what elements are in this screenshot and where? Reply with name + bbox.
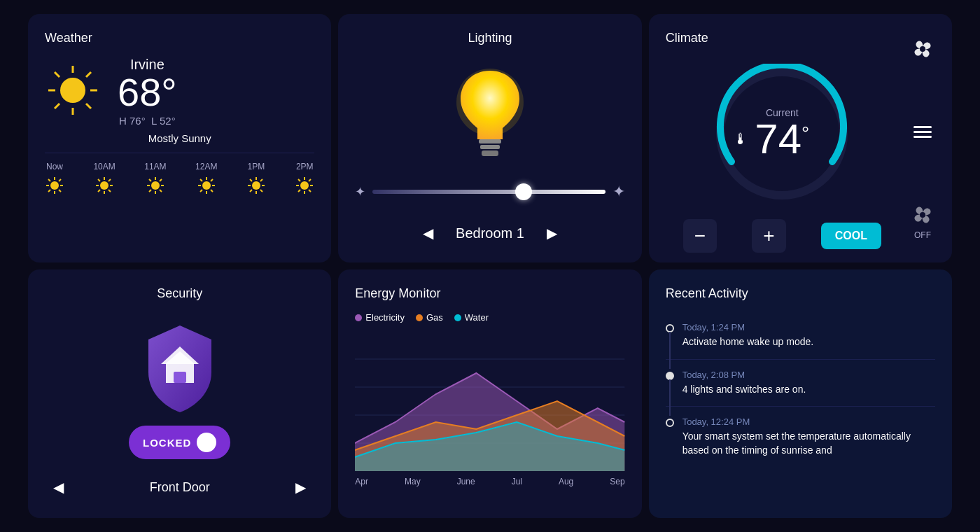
water-dot bbox=[454, 314, 461, 321]
climate-side-controls: OFF bbox=[910, 31, 935, 246]
svg-rect-67 bbox=[482, 150, 498, 156]
room-next-button[interactable]: ▶ bbox=[538, 219, 566, 247]
climate-title: Climate bbox=[666, 31, 899, 46]
door-navigation: ◀ Front Door ▶ bbox=[45, 473, 314, 501]
weather-icon bbox=[45, 62, 101, 121]
list-item: Today, 12:24 PM Your smart system set th… bbox=[666, 407, 935, 467]
svg-point-0 bbox=[60, 78, 85, 103]
svg-line-26 bbox=[98, 190, 100, 192]
temperature-display: 74° bbox=[755, 118, 809, 160]
activity-content: Today, 2:08 PM 4 lights and switches are… bbox=[682, 370, 806, 397]
activity-dot bbox=[666, 419, 674, 427]
svg-rect-71 bbox=[913, 126, 932, 128]
brightness-slider[interactable]: ✦ ✦ bbox=[355, 183, 624, 201]
svg-line-62 bbox=[298, 190, 300, 192]
climate-card: Climate 🌡 Current 74° − + COOL bbox=[649, 14, 952, 262]
weather-temperature: 68° bbox=[118, 73, 177, 112]
forecast-2pm: 2PM bbox=[295, 162, 314, 198]
energy-chart bbox=[355, 331, 624, 471]
list-item: Today, 1:24 PM Activate home wake up mod… bbox=[666, 312, 935, 360]
forecast-1pm: 1PM bbox=[246, 162, 266, 198]
door-next-button[interactable]: ▶ bbox=[287, 473, 314, 501]
svg-line-25 bbox=[108, 179, 111, 181]
forecast-12am: 12AM bbox=[195, 162, 217, 198]
svg-line-60 bbox=[309, 190, 311, 192]
svg-point-74 bbox=[920, 212, 925, 218]
svg-line-34 bbox=[160, 179, 162, 181]
forecast-10am: 10AM bbox=[93, 162, 115, 198]
thermostat-ring: 🌡 Current 74° bbox=[712, 64, 852, 204]
forecast-now: Now bbox=[45, 162, 64, 198]
toggle-circle bbox=[197, 433, 216, 452]
door-prev-button[interactable]: ◀ bbox=[45, 473, 72, 501]
activity-list: Today, 1:24 PM Activate home wake up mod… bbox=[666, 312, 935, 467]
thermostat-display: Current 74° bbox=[755, 107, 809, 160]
cool-mode-button[interactable]: COOL bbox=[821, 223, 881, 249]
svg-rect-72 bbox=[913, 131, 932, 133]
svg-rect-73 bbox=[913, 136, 932, 138]
svg-line-41 bbox=[200, 179, 202, 181]
room-name: Bedroom 1 bbox=[456, 225, 524, 241]
svg-line-23 bbox=[98, 179, 100, 181]
svg-line-17 bbox=[48, 190, 50, 192]
weather-card: Weather Irvine 68° H 7 bbox=[28, 14, 331, 262]
svg-point-70 bbox=[920, 46, 925, 52]
svg-line-16 bbox=[59, 179, 61, 181]
activity-text: Activate home wake up mode. bbox=[682, 335, 814, 349]
weather-title: Weather bbox=[45, 31, 314, 46]
shield-container bbox=[134, 312, 225, 426]
svg-point-27 bbox=[151, 181, 160, 190]
fan-off-control[interactable]: OFF bbox=[910, 202, 935, 240]
svg-point-54 bbox=[300, 181, 309, 190]
svg-line-52 bbox=[260, 179, 262, 181]
security-card: Security LOCKED ◀ Front D bbox=[28, 270, 331, 518]
svg-line-42 bbox=[211, 190, 213, 192]
svg-point-9 bbox=[50, 181, 59, 190]
svg-line-33 bbox=[160, 190, 162, 192]
weather-main: Irvine 68° H 76° L 52° bbox=[45, 57, 314, 127]
activity-content: Today, 12:24 PM Your smart system set th… bbox=[682, 416, 935, 457]
legend-electricity: Electricity bbox=[355, 312, 405, 323]
bulb-icon bbox=[448, 64, 532, 164]
activity-text: Your smart system set the temperature au… bbox=[682, 430, 935, 457]
svg-line-8 bbox=[55, 104, 59, 108]
svg-line-7 bbox=[86, 72, 91, 77]
electricity-dot bbox=[355, 314, 362, 321]
weather-info: Irvine 68° H 76° L 52° bbox=[118, 57, 177, 127]
climate-controls: − + COOL bbox=[666, 219, 899, 253]
activity-time: Today, 2:08 PM bbox=[682, 370, 806, 380]
forecast-11am: 11AM bbox=[144, 162, 166, 198]
svg-line-14 bbox=[48, 179, 50, 181]
weather-description: Mostly Sunny bbox=[45, 132, 314, 144]
svg-line-32 bbox=[149, 179, 151, 181]
climate-main: Climate 🌡 Current 74° − + COOL bbox=[666, 31, 899, 246]
activity-time: Today, 12:24 PM bbox=[682, 416, 935, 427]
svg-line-51 bbox=[260, 190, 262, 192]
temp-increase-button[interactable]: + bbox=[752, 219, 785, 253]
door-name: Front Door bbox=[150, 480, 210, 495]
svg-rect-77 bbox=[174, 372, 186, 383]
room-prev-button[interactable]: ◀ bbox=[414, 219, 442, 247]
slider-track[interactable] bbox=[372, 190, 605, 194]
gas-dot bbox=[416, 314, 423, 321]
activity-card: Recent Activity Today, 1:24 PM Activate … bbox=[649, 270, 952, 518]
svg-line-61 bbox=[309, 179, 311, 181]
fan-off-label: OFF bbox=[910, 230, 935, 240]
brightness-low-icon: ✦ bbox=[355, 184, 365, 200]
activity-content: Today, 1:24 PM Activate home wake up mod… bbox=[682, 322, 814, 349]
weather-highlow: H 76° L 52° bbox=[118, 115, 177, 127]
energy-legend: Electricity Gas Water bbox=[355, 312, 624, 323]
fan-on-icon[interactable] bbox=[910, 36, 935, 64]
slider-thumb[interactable] bbox=[515, 183, 532, 200]
lock-toggle-button[interactable]: LOCKED bbox=[129, 426, 230, 459]
temp-decrease-button[interactable]: − bbox=[683, 219, 717, 253]
legend-water: Water bbox=[454, 312, 489, 323]
svg-line-5 bbox=[55, 72, 59, 77]
svg-text:🌡: 🌡 bbox=[733, 130, 748, 148]
svg-line-59 bbox=[298, 179, 300, 181]
chart-month-labels: Apr May June Jul Aug Sep bbox=[355, 477, 624, 486]
svg-line-6 bbox=[86, 104, 91, 108]
svg-line-15 bbox=[59, 190, 61, 192]
svg-line-53 bbox=[250, 190, 252, 192]
svg-rect-66 bbox=[480, 145, 500, 149]
